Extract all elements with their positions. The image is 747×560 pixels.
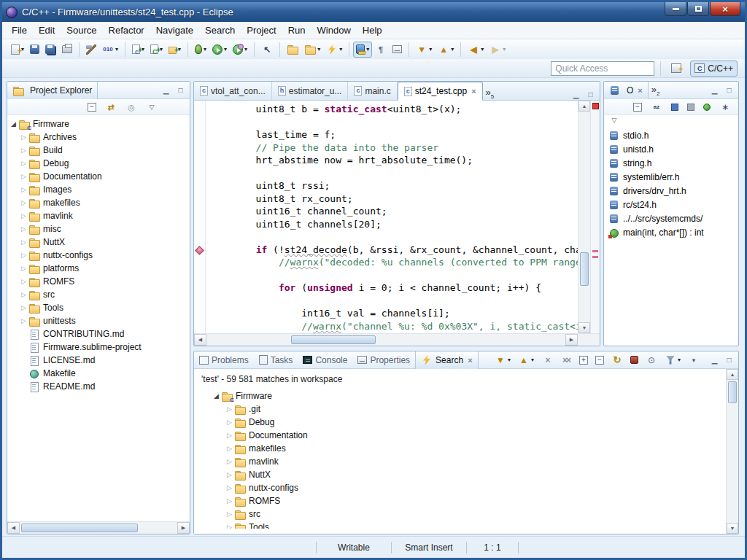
scroll-thumb[interactable]: [291, 335, 376, 344]
result-item-nuttx[interactable]: ▷NuttX: [194, 468, 738, 481]
scroll-up-icon[interactable]: ▲: [727, 369, 738, 380]
explorer-horizontal-scrollbar[interactable]: ◀ ▶: [7, 521, 190, 534]
print-button[interactable]: [59, 42, 75, 58]
block-selection-button[interactable]: [390, 42, 405, 58]
link-with-editor-button[interactable]: ⇄: [102, 99, 120, 115]
overview-ruler[interactable]: [590, 101, 600, 333]
hide-non-public-button[interactable]: [700, 99, 713, 115]
result-item-documentation[interactable]: ▷Documentation: [194, 429, 738, 442]
collapsed-twisty-icon[interactable]: ▷: [225, 510, 234, 518]
menu-edit[interactable]: Edit: [33, 23, 61, 38]
collapsed-twisty-icon[interactable]: ▷: [19, 212, 28, 219]
outline-item-string-h[interactable]: string.h: [604, 156, 738, 170]
previous-match-button[interactable]: ▲▾: [515, 352, 537, 368]
result-item-makefiles[interactable]: ▷makefiles: [194, 442, 738, 455]
collapsed-twisty-icon[interactable]: ▷: [19, 225, 28, 233]
bottom-tab-properties[interactable]: Properties: [352, 351, 415, 369]
bottom-tab-console[interactable]: Console: [298, 351, 352, 369]
new-class-button[interactable]: ▾: [147, 42, 166, 58]
menu-search[interactable]: Search: [199, 23, 241, 38]
scroll-track[interactable]: [20, 522, 177, 534]
minimize-view-button[interactable]: ▁: [708, 85, 721, 96]
tree-item-nuttx[interactable]: ▷NuttX: [7, 236, 190, 249]
tree-item-archives[interactable]: ▷Archives: [7, 131, 190, 144]
remove-all-matches-button[interactable]: ××: [557, 352, 575, 368]
collapsed-twisty-icon[interactable]: ▷: [19, 199, 28, 206]
tree-item-src[interactable]: ▷src: [7, 288, 190, 301]
maximize-button[interactable]: [687, 2, 709, 16]
search-results-tree[interactable]: ◢CFirmware▷.git▷Debug▷Documentation▷make…: [194, 387, 738, 529]
maximize-view-button[interactable]: □: [584, 89, 597, 100]
result-item-tools[interactable]: ▷Tools: [194, 521, 738, 529]
close-view-icon[interactable]: ×: [638, 86, 642, 95]
collapsed-twisty-icon[interactable]: ▷: [225, 471, 234, 478]
scroll-left-icon[interactable]: ◀: [7, 522, 20, 534]
outline-item-unistd-h[interactable]: unistd.h: [604, 142, 738, 156]
collapsed-twisty-icon[interactable]: ▷: [225, 432, 234, 439]
scroll-thumb[interactable]: [728, 381, 737, 403]
collapsed-twisty-icon[interactable]: ▷: [225, 524, 234, 529]
tree-item-firmware-sublime-project[interactable]: Firmware.sublime-project: [7, 341, 190, 354]
collapsed-twisty-icon[interactable]: ▷: [225, 405, 234, 413]
scroll-right-icon[interactable]: ▶: [565, 334, 578, 346]
more-editors-chevron[interactable]: »5: [483, 87, 498, 100]
previous-annotation-button[interactable]: ▲▾: [435, 42, 457, 58]
next-annotation-button[interactable]: ▼▾: [413, 42, 435, 58]
result-item-debug[interactable]: ▷Debug: [194, 416, 738, 429]
minimize-view-button[interactable]: ▁: [570, 89, 582, 100]
collapsed-twisty-icon[interactable]: ▷: [19, 147, 28, 154]
collapsed-twisty-icon[interactable]: ▷: [225, 458, 234, 465]
outline-tab[interactable]: O ×: [604, 82, 649, 99]
close-tab-icon[interactable]: ×: [471, 87, 476, 96]
tree-item-documentation[interactable]: ▷Documentation: [7, 170, 190, 183]
open-element-button[interactable]: ↖: [258, 42, 276, 58]
editor-tab-vtol-att-con[interactable]: vtol_att_con...: [194, 82, 272, 100]
collapsed-twisty-icon[interactable]: ▷: [19, 291, 28, 298]
expand-all-button[interactable]: +: [576, 352, 591, 368]
sort-button[interactable]: az: [648, 99, 665, 115]
results-vertical-scrollbar[interactable]: ▲ ▼: [726, 369, 738, 534]
save-all-button[interactable]: [42, 42, 59, 58]
outline-item-src-systemcmds[interactable]: ../../src/systemcmds/: [604, 211, 738, 225]
menu-run[interactable]: Run: [282, 23, 311, 38]
menu-navigate[interactable]: Navigate: [150, 23, 199, 38]
expanded-twisty-icon[interactable]: ◢: [9, 120, 18, 128]
titlebar[interactable]: C/C++ - Firmware/unittests/st24_test.cpp…: [2, 2, 745, 22]
search-button[interactable]: ▾: [323, 42, 345, 58]
outline-item-stdio-h[interactable]: stdio.h: [604, 128, 738, 142]
focus-button[interactable]: ◎: [123, 99, 140, 115]
result-item-nuttx-configs[interactable]: ▷nuttx-configs: [194, 481, 738, 494]
collapsed-twisty-icon[interactable]: ▷: [19, 173, 28, 180]
collapsed-twisty-icon[interactable]: ▷: [19, 160, 28, 167]
collapsed-twisty-icon[interactable]: ▷: [19, 133, 28, 141]
view-menu-button[interactable]: ▾: [685, 352, 703, 368]
scroll-thumb[interactable]: [580, 252, 589, 286]
new-button[interactable]: ▾: [8, 42, 27, 58]
project-tree[interactable]: ◢CFirmware▷Archives▷Build▷Debug▷Document…: [7, 115, 190, 393]
collapsed-twisty-icon[interactable]: ▷: [19, 265, 28, 272]
hide-static-button[interactable]: [684, 99, 697, 115]
tree-item-contributing-md[interactable]: CONTRIBUTING.md: [7, 327, 190, 341]
link-with-editor-button[interactable]: ∗: [716, 99, 734, 115]
run-button[interactable]: ▾: [209, 42, 230, 58]
back-button[interactable]: ◀▾: [465, 42, 487, 58]
editor-tab-st24-test-cpp[interactable]: st24_test.cpp×: [398, 82, 483, 101]
terminate-button[interactable]: [627, 352, 641, 368]
cpp-perspective-button[interactable]: C C/C++: [690, 61, 738, 77]
tree-item-build[interactable]: ▷Build: [7, 144, 190, 157]
scroll-thumb[interactable]: [21, 524, 138, 532]
result-item-src[interactable]: ▷src: [194, 508, 738, 521]
scroll-left-icon[interactable]: ◀: [194, 334, 206, 346]
tree-item-debug[interactable]: ▷Debug: [7, 157, 190, 170]
maximize-view-button[interactable]: □: [723, 354, 735, 365]
collapsed-twisty-icon[interactable]: ▷: [19, 186, 28, 193]
view-menu-button[interactable]: ▽: [143, 99, 160, 115]
outline-item-systemlib-err-h[interactable]: systemlib/err.h: [604, 170, 738, 184]
collapsed-twisty-icon[interactable]: ▷: [19, 278, 28, 285]
show-whitespace-button[interactable]: ¶: [372, 42, 390, 58]
tree-item-unittests[interactable]: ▷unittests: [7, 314, 190, 327]
profile-button[interactable]: ▾: [230, 42, 250, 58]
expanded-twisty-icon[interactable]: ◢: [212, 392, 221, 400]
collapsed-twisty-icon[interactable]: ▷: [19, 238, 28, 246]
open-perspective-button[interactable]: [667, 61, 686, 77]
